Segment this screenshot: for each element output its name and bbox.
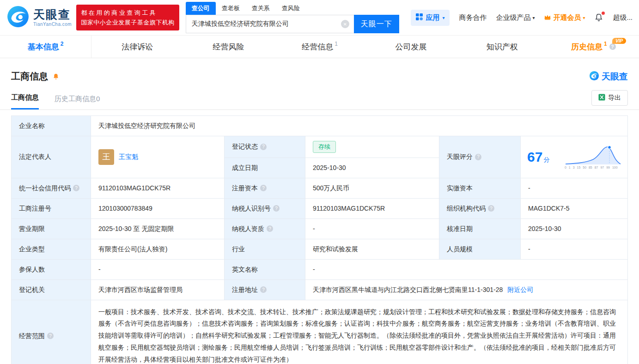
search-tab-boss[interactable]: 查老板 xyxy=(216,2,246,15)
help-icon[interactable]: ? xyxy=(475,154,481,160)
field-label: 工商注册号 xyxy=(12,199,91,219)
tab-operation-risk[interactable]: 经营风险 xyxy=(183,36,274,58)
clear-search-icon[interactable]: ✕ xyxy=(341,20,349,28)
help-icon[interactable]: ? xyxy=(488,205,494,212)
nav-cooperation[interactable]: 商务合作 xyxy=(459,13,487,22)
table-row: 登记机关 天津市河西区市场监督管理局 注册地址 ? 天津市河西区黑牛城道与内江北… xyxy=(12,280,627,300)
subtab-history-business-info[interactable]: 历史工商信息0 xyxy=(55,95,100,109)
help-icon[interactable]: ? xyxy=(47,333,54,339)
field-label: 注册地址 ? xyxy=(225,280,305,300)
staff-size-value: - xyxy=(521,239,627,260)
field-label-text: 纳税人识别号 xyxy=(232,204,271,213)
slogan-line-2: 国家中小企业发展子基金旗下机构 xyxy=(81,18,175,27)
legal-rep-link[interactable]: 王宝魁 xyxy=(119,152,138,162)
tab-intellectual-property[interactable]: 知识产权 xyxy=(456,36,548,58)
search-tab-relation[interactable]: 查关系 xyxy=(246,2,276,15)
tab-count: 1 xyxy=(604,41,607,47)
tab-operation-risk-label: 经营风险 xyxy=(213,42,244,52)
brand-domain: TianYanCha.com xyxy=(33,22,72,27)
help-icon[interactable]: ? xyxy=(273,205,280,212)
taxpayer-id-value: 91120103MAG1DCK75R xyxy=(305,199,439,219)
tab-company-development[interactable]: 公司发展 xyxy=(365,36,456,58)
help-icon[interactable]: ? xyxy=(267,225,273,232)
brand-slogan: 都在用的商业查询工具 国家中小企业发展子基金旗下机构 xyxy=(76,5,179,31)
reg-no-value: 120103000783849 xyxy=(91,199,225,219)
tab-company-development-label: 公司发展 xyxy=(395,42,426,52)
tab-history-info[interactable]: VIP 历史信息 1 ? xyxy=(548,36,639,58)
field-label: 参保人数 xyxy=(12,260,91,280)
industry-value: 研究和试验发展 xyxy=(305,239,439,260)
business-info-table: 企业名称 天津城投低空经济研究院有限公司 法定代表人 王 王宝魁 登记状态 ? … xyxy=(11,115,628,364)
company-type-value: 有限责任公司(法人独资) xyxy=(91,239,225,260)
field-label-text: 统一社会信用代码 xyxy=(19,183,71,193)
field-label: 行业 xyxy=(225,239,305,260)
org-code-value: MAG1DCK7-5 xyxy=(521,199,627,219)
field-label: 经营范围 ? xyxy=(12,300,91,364)
field-label: 人员规模 xyxy=(439,239,521,260)
tianyan-score-cell: 67分 0 1 3 15 50 85 87 97 99 100 xyxy=(521,136,627,178)
reg-capital-value: 500万人民币 xyxy=(305,178,439,199)
help-icon[interactable]: ? xyxy=(73,185,79,191)
vip-badge: VIP xyxy=(612,38,626,44)
establish-date-value: 2025-10-30 xyxy=(305,158,439,178)
top-nav: 应用 ▾ 商务合作 企业级产品 ▾ 开通会员 ▾ 超级... xyxy=(411,10,633,26)
field-label: 登记状态 ? xyxy=(225,136,305,158)
legal-rep-avatar[interactable]: 王 xyxy=(98,149,114,165)
tab-operation-info[interactable]: 经营信息 1 xyxy=(274,36,365,58)
field-label-text: 注册地址 xyxy=(232,285,258,295)
search-input[interactable] xyxy=(186,15,354,33)
help-icon[interactable]: ? xyxy=(260,144,267,150)
field-label: 英文名称 xyxy=(225,260,305,280)
score-value: 67分 xyxy=(527,146,549,167)
reg-status-cell: 存续 xyxy=(305,136,439,158)
tianyancha-swirl-icon xyxy=(6,5,30,30)
field-label-text: 注册资本 xyxy=(232,183,258,193)
tab-legal-litigation[interactable]: 法律诉讼 xyxy=(91,36,183,58)
nav-enterprise[interactable]: 企业级产品 ▾ xyxy=(496,13,535,22)
notifications-bell-icon[interactable] xyxy=(594,13,603,22)
export-button[interactable]: 导出 xyxy=(591,90,628,106)
table-row: 工商注册号 120103000783849 纳税人识别号 ? 91120103M… xyxy=(12,199,627,219)
search-block: 查公司 查老板 查关系 查风险 ✕ 天眼一下 xyxy=(186,2,399,33)
crown-icon xyxy=(544,14,551,22)
nav-enterprise-label: 企业级产品 xyxy=(496,13,530,22)
top-bar: 天眼查 TianYanCha.com 都在用的商业查询工具 国家中小企业发展子基… xyxy=(0,0,639,35)
user-account[interactable]: 超级... xyxy=(613,13,633,22)
monitor-bell-icon[interactable] xyxy=(52,73,60,81)
notification-dot xyxy=(602,12,605,15)
nav-open-vip[interactable]: 开通会员 ▾ xyxy=(544,13,585,22)
help-icon[interactable]: ? xyxy=(609,43,616,50)
nav-apps-label: 应用 xyxy=(426,13,439,22)
chevron-down-icon: ▾ xyxy=(532,15,535,20)
excel-icon xyxy=(598,94,605,102)
nearby-companies-link[interactable]: 附近公司 xyxy=(507,285,533,295)
section-title: 工商信息 xyxy=(11,70,48,83)
table-row: 经营范围 ? 一般项目：技术服务、技术开发、技术咨询、技术交流、技术转让、技术推… xyxy=(12,300,627,364)
tab-operation-info-label: 经营信息 xyxy=(302,42,333,52)
help-icon[interactable]: ? xyxy=(260,185,267,191)
score-unit: 分 xyxy=(543,156,549,163)
tab-basic-info-label: 基本信息 xyxy=(28,42,59,52)
taxpayer-quality-value: - xyxy=(305,219,439,239)
business-term-value: 2025-10-30 至 无固定期限 xyxy=(91,219,225,239)
paid-capital-value: - xyxy=(521,178,627,199)
chevron-down-icon: ▾ xyxy=(583,15,585,20)
search-button[interactable]: 天眼一下 xyxy=(354,15,399,33)
tab-count: 2 xyxy=(61,41,64,47)
address-cell: 天津市河西区黑牛城道与内江北路交口西北侧七贤南里11-1-301-28 附近公司 xyxy=(305,280,627,300)
reg-authority-value: 天津市河西区市场监督管理局 xyxy=(91,280,225,300)
help-icon[interactable]: ? xyxy=(260,286,267,293)
score-number: 67 xyxy=(527,149,542,164)
tianyancha-swirl-icon xyxy=(589,71,599,83)
subtab-business-info[interactable]: 工商信息 xyxy=(11,93,39,109)
nav-apps[interactable]: 应用 ▾ xyxy=(411,10,450,26)
field-label-text: 登记状态 xyxy=(232,142,258,152)
watermark-logo: 天眼查 xyxy=(589,71,628,83)
field-label: 组织机构代码 ? xyxy=(439,199,521,219)
field-label-text: 纳税人资质 xyxy=(232,224,264,234)
search-tab-company[interactable]: 查公司 xyxy=(186,2,216,15)
search-tab-risk[interactable]: 查风险 xyxy=(276,2,306,15)
uscc-value: 91120103MAG1DCK75R xyxy=(91,178,225,199)
tab-basic-info[interactable]: 基本信息 2 xyxy=(0,36,91,58)
tianyancha-logo[interactable]: 天眼查 TianYanCha.com xyxy=(6,5,72,30)
